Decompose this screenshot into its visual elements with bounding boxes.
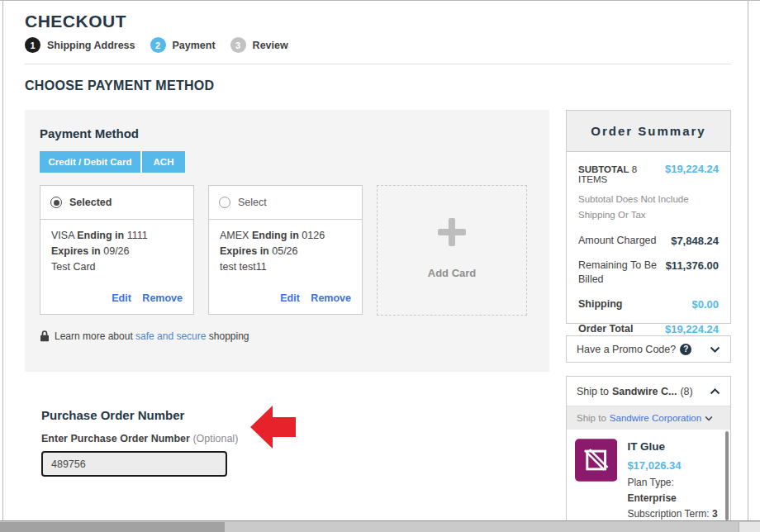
card-holder-line: Test Card	[51, 259, 183, 275]
horizontal-scrollbar-track[interactable]	[0, 520, 760, 532]
card-state-label: Selected	[69, 197, 112, 208]
purchase-order-label-row: Enter Purchase Order Number (Optional)	[41, 433, 238, 444]
remaining-billed-label: Remaining To Be Billed	[578, 259, 666, 287]
red-arrow-annotation	[250, 406, 296, 449]
radio-button-unselected[interactable]	[219, 197, 230, 208]
secure-note-text: Learn more about safe and secure shoppin…	[55, 330, 249, 342]
window-border-top	[0, 0, 760, 1]
card-state-label: Select	[238, 197, 267, 208]
saved-card-visa: Selected VISA Ending in 1111 Expires in …	[40, 185, 194, 315]
cart-item-it-glue: IT Glue $17,026.34 Plan Type: Enterprise…	[567, 430, 730, 521]
order-summary-panel: Order Summary SUBTOTAL 8 ITEMS $19,224.2…	[566, 110, 731, 324]
product-name: IT Glue	[627, 439, 722, 454]
card-select-row[interactable]: Select	[209, 186, 362, 220]
remaining-billed-row: Remaining To Be Billed $11,376.00	[578, 259, 719, 287]
step-review[interactable]: 3 Review	[230, 37, 288, 53]
saved-card-amex: Select AMEX Ending in 0126 Expires in 05…	[208, 185, 363, 315]
remove-card-link[interactable]: Remove	[142, 292, 183, 304]
tab-ach[interactable]: ACH	[142, 151, 185, 173]
safe-and-secure-link[interactable]: safe and secure	[135, 330, 206, 342]
subtotal-row: SUBTOTAL 8 ITEMS $19,224.24	[578, 163, 719, 184]
secure-shopping-note: Learn more about safe and secure shoppin…	[40, 330, 534, 342]
card-ending-line: AMEX Ending in 0126	[220, 228, 351, 244]
step-shipping-address[interactable]: 1 Shipping Address	[25, 37, 135, 53]
step-number-badge: 3	[230, 37, 246, 53]
card-holder-line: test test11	[220, 259, 351, 275]
remove-card-link[interactable]: Remove	[311, 292, 351, 304]
purchase-order-section: Purchase Order Number Enter Purchase Ord…	[41, 408, 238, 477]
plan-type-line: Plan Type: Enterprise	[627, 475, 722, 506]
optional-hint: (Optional)	[192, 433, 238, 444]
subtotal-value: $19,224.24	[665, 163, 719, 175]
section-title: CHOOSE PAYMENT METHOD	[25, 78, 214, 93]
plus-icon	[437, 217, 467, 247]
amount-charged-value: $7,848.24	[671, 234, 719, 248]
purchase-order-input[interactable]	[41, 451, 227, 477]
vertical-scrollbar[interactable]	[725, 431, 729, 520]
promo-code-toggle[interactable]: Have a Promo Code? ?	[566, 335, 731, 363]
add-card-label: Add Card	[428, 267, 477, 279]
payment-method-panel: Payment Method Credit / Debit Card ACH S…	[25, 110, 549, 372]
page-title: CHECKOUT	[25, 12, 126, 31]
amount-charged-row: Amount Charged $7,848.24	[578, 234, 719, 248]
radio-button-selected[interactable]	[50, 197, 62, 208]
step-label: Shipping Address	[47, 40, 135, 51]
ship-to-panel: Ship to Sandwire C... (8) Ship to Sandwi…	[566, 376, 731, 521]
purchase-order-label: Enter Purchase Order Number	[41, 433, 190, 444]
product-price: $17,026.34	[627, 458, 722, 473]
step-label: Review	[253, 40, 288, 51]
card-details: VISA Ending in 1111 Expires in 09/26 Tes…	[40, 220, 193, 275]
chevron-up-icon[interactable]	[710, 388, 720, 395]
purchase-order-heading: Purchase Order Number	[41, 408, 238, 422]
window-border-right	[748, 0, 748, 520]
add-card-button[interactable]: Add Card	[377, 185, 527, 316]
lock-icon	[40, 330, 50, 342]
step-number-badge: 2	[150, 37, 166, 53]
step-payment[interactable]: 2 Payment	[150, 37, 216, 53]
selector-prefix: Ship to	[577, 413, 606, 423]
edit-card-link[interactable]: Edit	[112, 292, 131, 304]
subscription-term-line: Subscription Term: 3 Year	[627, 506, 722, 521]
scrollbar-corner	[739, 522, 760, 532]
header-divider	[25, 64, 731, 64]
tab-credit-debit-card[interactable]: Credit / Debit Card	[40, 151, 140, 173]
horizontal-scrollbar-thumb[interactable]	[0, 522, 225, 532]
step-label: Payment	[173, 40, 216, 51]
card-details: AMEX Ending in 0126 Expires in 05/26 tes…	[209, 220, 362, 275]
subtotal-label: SUBTOTAL 8 ITEMS	[578, 164, 665, 184]
ship-to-prefix: Ship to	[577, 386, 609, 397]
ship-to-name: Sandwire C...	[612, 386, 677, 397]
chevron-down-icon[interactable]	[705, 416, 713, 421]
shipping-label: Shipping	[578, 297, 622, 311]
subtotal-note: Subtotal Does Not Include Shipping Or Ta…	[578, 192, 719, 223]
payment-type-tabs: Credit / Debit Card ACH	[40, 151, 534, 173]
card-ending-line: VISA Ending in 1111	[51, 228, 183, 244]
step-number-badge: 1	[25, 37, 40, 53]
card-select-row[interactable]: Selected	[40, 186, 193, 220]
checkout-steps: 1 Shipping Address 2 Payment 3 Review	[25, 37, 288, 53]
ship-to-selector[interactable]: Ship to Sandwire Corporation	[567, 406, 730, 430]
amount-charged-label: Amount Charged	[578, 234, 657, 248]
saved-cards-row: Selected VISA Ending in 1111 Expires in …	[40, 185, 534, 316]
ship-to-header[interactable]: Ship to Sandwire C... (8)	[567, 377, 730, 406]
card-actions: Edit Remove	[40, 292, 193, 314]
chevron-down-icon[interactable]	[710, 346, 720, 353]
remaining-billed-value: $11,376.00	[666, 259, 719, 273]
it-glue-logo	[575, 439, 617, 482]
cart-item-details: IT Glue $17,026.34 Plan Type: Enterprise…	[627, 439, 722, 521]
shipping-row: Shipping $0.00	[578, 297, 719, 311]
help-icon[interactable]: ?	[680, 344, 691, 355]
ship-to-company-link[interactable]: Sandwire Corporation	[610, 413, 701, 423]
promo-code-label: Have a Promo Code?	[577, 344, 676, 355]
order-summary-body: SUBTOTAL 8 ITEMS $19,224.24 Subtotal Doe…	[567, 152, 730, 347]
shipping-value: $0.00	[691, 297, 719, 311]
payment-method-heading: Payment Method	[40, 126, 534, 140]
window-border-left	[2, 0, 3, 520]
card-actions: Edit Remove	[209, 292, 362, 314]
edit-card-link[interactable]: Edit	[280, 292, 300, 304]
card-expiry-line: Expires in 09/26	[51, 244, 183, 259]
order-total-label: Order Total	[578, 322, 633, 336]
order-total-row: Order Total $19,224.24	[578, 322, 719, 336]
ship-to-count: (8)	[680, 386, 692, 397]
card-expiry-line: Expires in 05/26	[220, 244, 351, 259]
